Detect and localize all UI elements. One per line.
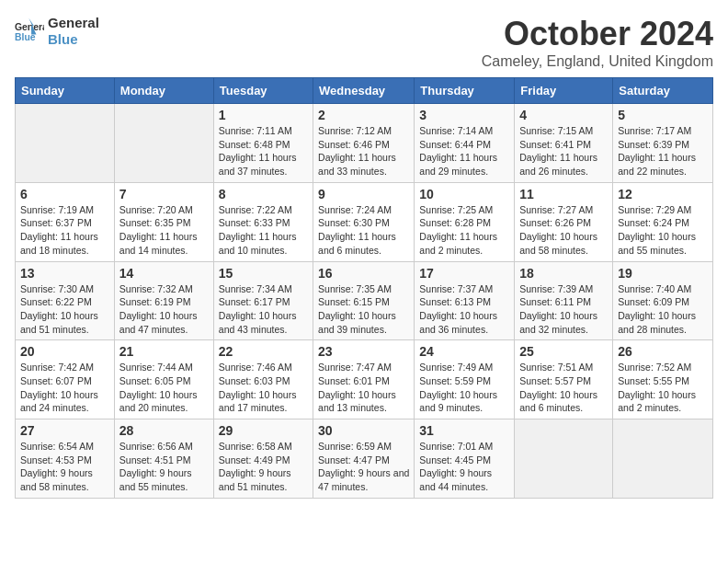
cell-info: Sunrise: 7:22 AM Sunset: 6:33 PM Dayligh…: [219, 203, 308, 258]
svg-text:General: General: [15, 22, 44, 32]
calendar-cell: 22Sunrise: 7:46 AM Sunset: 6:03 PM Dayli…: [213, 340, 313, 419]
calendar-cell: 15Sunrise: 7:34 AM Sunset: 6:17 PM Dayli…: [213, 261, 313, 340]
calendar-header: Sunday Monday Tuesday Wednesday Thursday…: [16, 78, 713, 104]
calendar-cell: 9Sunrise: 7:24 AM Sunset: 6:30 PM Daylig…: [313, 182, 415, 261]
title-area: October 2024 Cameley, England, United Ki…: [482, 15, 713, 70]
calendar-cell: 21Sunrise: 7:44 AM Sunset: 6:05 PM Dayli…: [114, 340, 213, 419]
day-number: 21: [119, 344, 209, 359]
calendar-cell: 12Sunrise: 7:29 AM Sunset: 6:24 PM Dayli…: [613, 182, 713, 261]
location: Cameley, England, United Kingdom: [482, 53, 713, 70]
cell-info: Sunrise: 7:37 AM Sunset: 6:13 PM Dayligh…: [419, 282, 509, 337]
cell-info: Sunrise: 7:12 AM Sunset: 6:46 PM Dayligh…: [318, 124, 409, 178]
day-number: 2: [318, 108, 409, 122]
calendar-week-2: 6Sunrise: 7:19 AM Sunset: 6:37 PM Daylig…: [16, 182, 713, 261]
day-number: 19: [618, 266, 708, 281]
day-number: 15: [219, 266, 308, 281]
cell-info: Sunrise: 6:58 AM Sunset: 4:49 PM Dayligh…: [219, 440, 308, 494]
calendar-cell: 25Sunrise: 7:51 AM Sunset: 5:57 PM Dayli…: [515, 340, 613, 419]
calendar-cell: 11Sunrise: 7:27 AM Sunset: 6:26 PM Dayli…: [515, 182, 613, 261]
cell-info: Sunrise: 7:29 AM Sunset: 6:24 PM Dayligh…: [618, 203, 708, 258]
col-monday: Monday: [114, 78, 213, 104]
day-number: 29: [219, 423, 308, 438]
calendar-cell: 1Sunrise: 7:11 AM Sunset: 6:48 PM Daylig…: [213, 104, 313, 183]
logo-line1: General: [48, 15, 99, 31]
day-number: 3: [419, 108, 509, 122]
day-number: 23: [318, 344, 409, 359]
cell-info: Sunrise: 7:20 AM Sunset: 6:35 PM Dayligh…: [119, 203, 209, 258]
day-number: 25: [519, 344, 608, 359]
day-number: 5: [618, 108, 708, 122]
cell-info: Sunrise: 7:46 AM Sunset: 6:03 PM Dayligh…: [219, 361, 308, 415]
calendar-cell: [515, 419, 613, 499]
cell-info: Sunrise: 7:01 AM Sunset: 4:45 PM Dayligh…: [419, 440, 509, 494]
cell-info: Sunrise: 7:15 AM Sunset: 6:41 PM Dayligh…: [519, 124, 608, 178]
cell-info: Sunrise: 7:35 AM Sunset: 6:15 PM Dayligh…: [318, 282, 409, 337]
calendar-cell: 7Sunrise: 7:20 AM Sunset: 6:35 PM Daylig…: [114, 182, 213, 261]
calendar-cell: 27Sunrise: 6:54 AM Sunset: 4:53 PM Dayli…: [16, 419, 115, 499]
header: General Blue General Blue October 2024 C…: [15, 15, 713, 70]
month-title: October 2024: [482, 15, 713, 53]
calendar-cell: 14Sunrise: 7:32 AM Sunset: 6:19 PM Dayli…: [114, 261, 213, 340]
day-number: 17: [419, 266, 509, 281]
day-number: 14: [119, 266, 209, 281]
day-number: 31: [419, 423, 509, 438]
calendar-cell: 5Sunrise: 7:17 AM Sunset: 6:39 PM Daylig…: [613, 104, 713, 183]
calendar-cell: [114, 104, 213, 183]
calendar-cell: 30Sunrise: 6:59 AM Sunset: 4:47 PM Dayli…: [313, 419, 415, 499]
header-row: Sunday Monday Tuesday Wednesday Thursday…: [16, 78, 713, 104]
calendar-table: Sunday Monday Tuesday Wednesday Thursday…: [15, 77, 713, 499]
cell-info: Sunrise: 7:32 AM Sunset: 6:19 PM Dayligh…: [119, 282, 209, 337]
calendar-week-5: 27Sunrise: 6:54 AM Sunset: 4:53 PM Dayli…: [16, 419, 713, 499]
cell-info: Sunrise: 7:34 AM Sunset: 6:17 PM Dayligh…: [219, 282, 308, 337]
calendar-cell: 2Sunrise: 7:12 AM Sunset: 6:46 PM Daylig…: [313, 104, 415, 183]
logo-line2: Blue: [48, 31, 99, 48]
cell-info: Sunrise: 7:42 AM Sunset: 6:07 PM Dayligh…: [20, 361, 109, 415]
cell-info: Sunrise: 6:59 AM Sunset: 4:47 PM Dayligh…: [318, 440, 409, 494]
calendar-week-3: 13Sunrise: 7:30 AM Sunset: 6:22 PM Dayli…: [16, 261, 713, 340]
calendar-cell: 16Sunrise: 7:35 AM Sunset: 6:15 PM Dayli…: [313, 261, 415, 340]
calendar-cell: 6Sunrise: 7:19 AM Sunset: 6:37 PM Daylig…: [16, 182, 115, 261]
calendar-cell: 8Sunrise: 7:22 AM Sunset: 6:33 PM Daylig…: [213, 182, 313, 261]
day-number: 13: [20, 266, 109, 281]
calendar-cell: 24Sunrise: 7:49 AM Sunset: 5:59 PM Dayli…: [415, 340, 515, 419]
cell-info: Sunrise: 7:14 AM Sunset: 6:44 PM Dayligh…: [419, 124, 509, 178]
day-number: 6: [20, 187, 109, 201]
calendar-cell: 28Sunrise: 6:56 AM Sunset: 4:51 PM Dayli…: [114, 419, 213, 499]
cell-info: Sunrise: 6:56 AM Sunset: 4:51 PM Dayligh…: [119, 440, 209, 494]
calendar-cell: 17Sunrise: 7:37 AM Sunset: 6:13 PM Dayli…: [415, 261, 515, 340]
day-number: 28: [119, 423, 209, 438]
calendar-cell: 18Sunrise: 7:39 AM Sunset: 6:11 PM Dayli…: [515, 261, 613, 340]
cell-info: Sunrise: 7:25 AM Sunset: 6:28 PM Dayligh…: [419, 203, 509, 258]
day-number: 27: [20, 423, 109, 438]
calendar-cell: 10Sunrise: 7:25 AM Sunset: 6:28 PM Dayli…: [415, 182, 515, 261]
day-number: 24: [419, 344, 509, 359]
calendar-cell: [16, 104, 115, 183]
cell-info: Sunrise: 7:39 AM Sunset: 6:11 PM Dayligh…: [519, 282, 608, 337]
logo: General Blue General Blue: [15, 15, 99, 48]
col-saturday: Saturday: [613, 78, 713, 104]
day-number: 9: [318, 187, 409, 201]
col-friday: Friday: [515, 78, 613, 104]
day-number: 18: [519, 266, 608, 281]
cell-info: Sunrise: 6:54 AM Sunset: 4:53 PM Dayligh…: [20, 440, 109, 494]
cell-info: Sunrise: 7:44 AM Sunset: 6:05 PM Dayligh…: [119, 361, 209, 415]
calendar-cell: 13Sunrise: 7:30 AM Sunset: 6:22 PM Dayli…: [16, 261, 115, 340]
day-number: 12: [618, 187, 708, 201]
day-number: 20: [20, 344, 109, 359]
cell-info: Sunrise: 7:47 AM Sunset: 6:01 PM Dayligh…: [318, 361, 409, 415]
calendar-cell: 20Sunrise: 7:42 AM Sunset: 6:07 PM Dayli…: [16, 340, 115, 419]
cell-info: Sunrise: 7:19 AM Sunset: 6:37 PM Dayligh…: [20, 203, 109, 258]
cell-info: Sunrise: 7:17 AM Sunset: 6:39 PM Dayligh…: [618, 124, 708, 178]
calendar-cell: 26Sunrise: 7:52 AM Sunset: 5:55 PM Dayli…: [613, 340, 713, 419]
calendar-cell: [613, 419, 713, 499]
day-number: 11: [519, 187, 608, 201]
day-number: 26: [618, 344, 708, 359]
cell-info: Sunrise: 7:51 AM Sunset: 5:57 PM Dayligh…: [519, 361, 608, 415]
cell-info: Sunrise: 7:30 AM Sunset: 6:22 PM Dayligh…: [20, 282, 109, 337]
cell-info: Sunrise: 7:11 AM Sunset: 6:48 PM Dayligh…: [219, 124, 308, 178]
calendar-cell: 29Sunrise: 6:58 AM Sunset: 4:49 PM Dayli…: [213, 419, 313, 499]
calendar-cell: 19Sunrise: 7:40 AM Sunset: 6:09 PM Dayli…: [613, 261, 713, 340]
col-thursday: Thursday: [415, 78, 515, 104]
day-number: 7: [119, 187, 209, 201]
calendar-cell: 23Sunrise: 7:47 AM Sunset: 6:01 PM Dayli…: [313, 340, 415, 419]
